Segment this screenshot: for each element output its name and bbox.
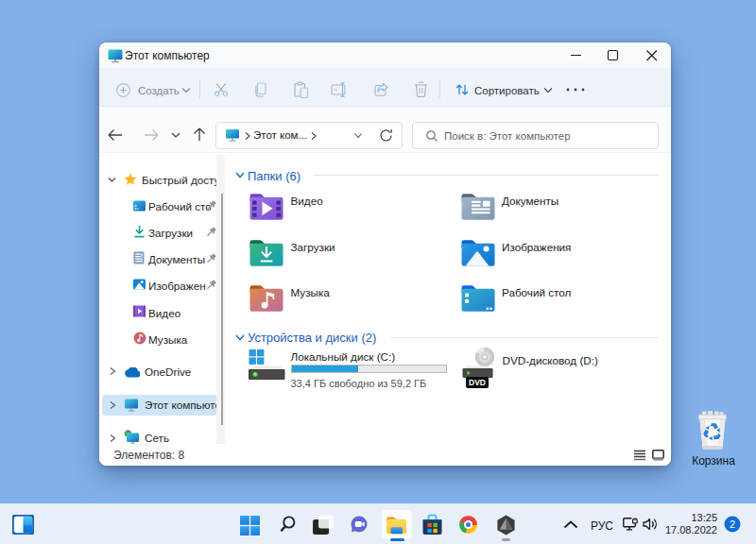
svg-text:DVD: DVD	[469, 378, 486, 387]
svg-text:2: 2	[730, 518, 735, 530]
svg-text:Сортировать: Сортировать	[474, 85, 540, 96]
svg-text:Создать: Создать	[138, 85, 180, 96]
